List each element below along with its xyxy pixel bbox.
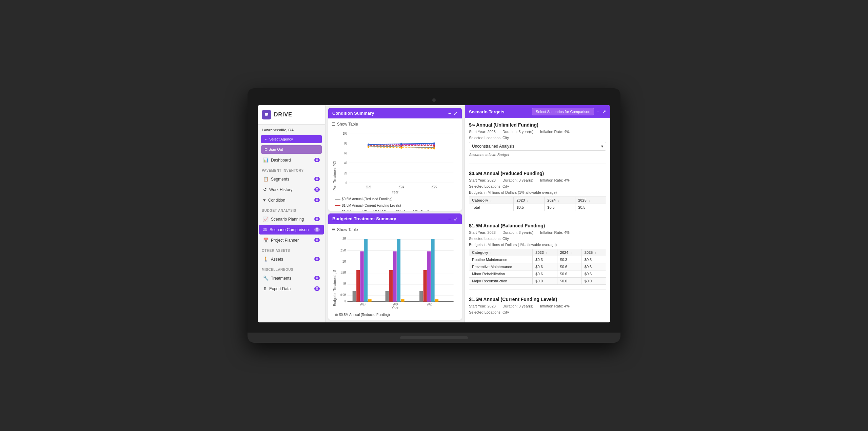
sidebar-badge: 0: [314, 177, 320, 181]
scenario-reduced-table: Category ↕ 2023 ↕ 2024 ↕ 2025 ↕ Total: [469, 196, 606, 211]
minimize-button-2[interactable]: −: [448, 217, 451, 221]
sidebar-item-segments[interactable]: 📋 Segments 0: [259, 174, 324, 184]
scenario-unlimited-dropdown[interactable]: Unconstrained Analysis ▾: [469, 142, 606, 151]
svg-text:2023: 2023: [360, 302, 366, 306]
table-header-2024: 2024 ↕: [545, 197, 575, 204]
svg-text:2025: 2025: [431, 185, 437, 189]
condition-icon: ♥: [263, 198, 266, 203]
sidebar-badge: 0: [314, 158, 320, 162]
condition-line-chart: Post Treatment PCI: [332, 129, 458, 190]
left-panels: Condition Summary − ⤢ ☰ Show Table: [326, 105, 465, 322]
sidebar-item-export-data[interactable]: ⬆ Export Data 0: [259, 284, 324, 294]
svg-rect-44: [353, 291, 356, 302]
svg-rect-47: [364, 239, 368, 302]
scenario-planning-icon: 📈: [263, 217, 269, 222]
legend-item-reduced: $0.5M Annual (Reduced Funding): [335, 197, 393, 201]
sidebar-item-scenario-planning[interactable]: 📈 Scenario Planning 0: [259, 214, 324, 224]
laptop-frame: ⊞ DRIVE Lawrenceville, GA ↔ Select Agenc…: [248, 88, 620, 343]
work-history-icon: ↺: [263, 187, 267, 192]
sidebar-badge: 0: [314, 187, 320, 192]
legend-color: [335, 314, 338, 316]
right-panel: Scenario Targets Select Scenarios for Co…: [465, 105, 610, 322]
condition-summary-header: Condition Summary − ⤢: [328, 108, 462, 118]
svg-point-29: [433, 147, 435, 150]
sidebar-item-scenario-comparison[interactable]: ⚖ Scenario Comparison 0: [259, 225, 324, 235]
svg-text:2025: 2025: [427, 302, 432, 306]
t-legend-current: $1.5M Annual (Current Funding Levels): [335, 319, 398, 320]
sidebar-badge: 0: [314, 227, 320, 232]
scenario-current-title: $1.5M Annual (Current Funding Levels): [469, 297, 606, 302]
sidebar-item-work-history[interactable]: ↺ Work History 0: [259, 185, 324, 194]
svg-rect-45: [356, 270, 360, 302]
minimize-button[interactable]: −: [448, 111, 451, 116]
table-header-2025: 2025 ↕: [575, 197, 606, 204]
svg-point-27: [368, 146, 369, 148]
svg-rect-48: [368, 299, 372, 302]
sidebar-item-label: Segments: [271, 177, 289, 182]
svg-text:1.5M: 1.5M: [340, 271, 346, 275]
expand-button-2[interactable]: ⤢: [454, 217, 458, 221]
legend-item-target: $2.4M Annual (Target PCI 80): [335, 210, 387, 211]
base-stripe: [400, 336, 468, 339]
scenario-balanced-budget-label: Budgets in Millions of Dollars (1% allow…: [469, 243, 606, 247]
table-row: Minor Rehabilitation $0.6 $0.6 $0.6: [469, 270, 606, 278]
svg-rect-56: [419, 291, 423, 302]
legend-item-current: $1.5M Annual (Current Funding Levels): [335, 204, 401, 207]
sidebar-item-label: Scenario Planning: [271, 217, 304, 222]
t-legend-target: $2.4M Annual (Target PCI 80): [401, 319, 450, 320]
svg-rect-60: [435, 299, 438, 302]
svg-text:2023: 2023: [366, 185, 371, 189]
scenario-reduced-locations: Selected Locations: City: [469, 184, 606, 188]
svg-text:2.5M: 2.5M: [340, 248, 346, 252]
sidebar-location: Lawrenceville, GA: [258, 125, 325, 134]
condition-legend: $0.5M Annual (Reduced Funding) $1.5M Ann…: [332, 195, 458, 211]
sidebar-item-treatments[interactable]: 🔧 Treatments 0: [259, 273, 324, 283]
table-header-category: Category ↕: [469, 249, 533, 256]
sign-out-button[interactable]: ⊡ Sign Out: [261, 145, 322, 154]
svg-text:0.5M: 0.5M: [340, 293, 346, 297]
panels-row: Condition Summary − ⤢ ☰ Show Table: [326, 105, 610, 322]
select-scenarios-button[interactable]: Select Scenarios for Comparison: [532, 108, 594, 115]
table-row: Preventive Maintenance $0.6 $0.6 $0.6: [469, 263, 606, 270]
treatments-icon: 🔧: [263, 276, 269, 281]
minimize-button-3[interactable]: −: [597, 109, 599, 114]
svg-text:3M: 3M: [342, 237, 346, 241]
camera: [432, 98, 436, 102]
sidebar-logo: ⊞ DRIVE: [258, 105, 325, 125]
scenario-reduced-meta: Start Year: 2023 Duration: 3 year(s) Inf…: [469, 178, 606, 182]
scenario-unlimited: $∞ Annual (Unlimited Funding) Start Year…: [469, 122, 606, 164]
svg-text:2024: 2024: [398, 185, 404, 189]
section-label-misc: Miscellaneous: [258, 264, 325, 273]
table-icon-2: ☰: [332, 227, 335, 232]
laptop-base: [248, 333, 620, 343]
treatment-summary-header: Budgeted Treatment Summary − ⤢: [328, 213, 462, 224]
scenario-current-meta: Start Year: 2023 Duration: 3 year(s) Inf…: [469, 304, 606, 308]
logo-icon: ⊞: [262, 110, 271, 119]
svg-rect-50: [386, 291, 389, 302]
treatment-summary-title: Budgeted Treatment Summary: [332, 216, 396, 221]
sidebar-badge: 0: [314, 286, 320, 291]
show-table-button[interactable]: ☰ Show Table: [332, 122, 358, 129]
sidebar-item-condition[interactable]: ♥ Condition 0: [259, 195, 324, 205]
sidebar-item-dashboard[interactable]: 📊 Dashboard 0: [259, 155, 324, 165]
select-agency-button[interactable]: ↔ Select Agency: [261, 135, 322, 143]
expand-button[interactable]: ⤢: [454, 111, 458, 116]
scenario-balanced-locations: Selected Locations: City: [469, 237, 606, 241]
condition-summary-body: ☰ Show Table Post Treatment PCI: [328, 118, 462, 211]
table-icon: ☰: [332, 122, 335, 127]
sidebar-item-project-planner[interactable]: 📅 Project Planner 0: [259, 235, 324, 245]
expand-button-3[interactable]: ⤢: [602, 109, 606, 114]
sidebar-item-assets[interactable]: 🚶 Assets 0: [259, 254, 324, 264]
sidebar-item-label: Treatments: [271, 276, 291, 281]
svg-text:60: 60: [344, 151, 347, 155]
dashboard-icon: 📊: [263, 157, 269, 163]
svg-text:40: 40: [344, 161, 347, 165]
scenario-reduced: $0.5M Annual (Reduced Funding) Start Yea…: [469, 171, 606, 216]
svg-rect-46: [360, 251, 364, 302]
condition-chart-canvas: 100 80 60 40 20 0 2023 2024: [337, 129, 458, 190]
treatment-summary-panel: Budgeted Treatment Summary − ⤢ ☰ Show Ta…: [328, 213, 462, 320]
scenario-balanced: $1.5M Annual (Balanced Funding) Start Ye…: [469, 223, 606, 290]
sidebar-badge: 0: [314, 276, 320, 280]
scenario-balanced-title: $1.5M Annual (Balanced Funding): [469, 223, 606, 228]
show-table-button-2[interactable]: ☰ Show Table: [332, 227, 358, 235]
